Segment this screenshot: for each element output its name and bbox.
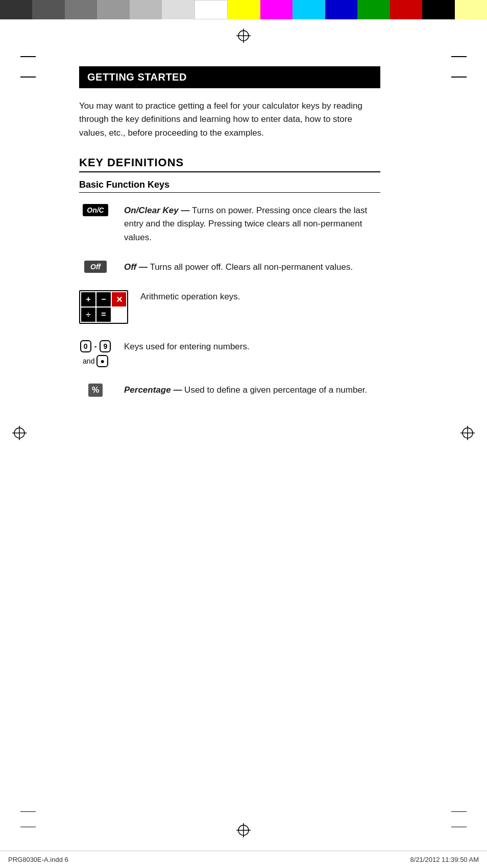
- pct-button-label: %: [88, 384, 103, 397]
- crosshair-right: [459, 425, 476, 443]
- tick-right-mid: [451, 76, 467, 78]
- arith-icon: + − ✕ ÷ =: [79, 290, 128, 324]
- plus-key: +: [81, 292, 95, 307]
- onc-description: On/Clear Key — Turns on power. Pressing …: [124, 204, 380, 244]
- crosshair-bottom: [235, 822, 252, 840]
- bottom-bar: PRG8030E-A.indd 6 8/21/2012 11:39:50 AM: [0, 851, 487, 868]
- key-row-onc: On/C On/Clear Key — Turns on power. Pres…: [79, 204, 380, 244]
- tick-right-bot2: [451, 811, 467, 812]
- key-definitions-section: KEY DEFINITIONS Basic Function Keys On/C…: [79, 156, 380, 397]
- nums-description: Keys used for entering numbers.: [124, 340, 250, 353]
- color-seg-12: [357, 0, 389, 19]
- color-seg-9: [260, 0, 293, 19]
- multiply-key: ✕: [112, 292, 126, 307]
- section-divider: [79, 171, 380, 172]
- color-seg-10: [293, 0, 325, 19]
- tick-right-top: [451, 56, 467, 57]
- onc-icon: On/C: [79, 204, 112, 216]
- onc-button-label: On/C: [83, 204, 108, 216]
- tick-left-top: [20, 56, 36, 57]
- equals-key: =: [96, 308, 111, 322]
- color-seg-1: [0, 0, 32, 19]
- getting-started-header: GETTING STARTED: [79, 66, 380, 88]
- color-seg-4: [97, 0, 129, 19]
- color-seg-14: [422, 0, 454, 19]
- key-definitions-title: KEY DEFINITIONS: [79, 156, 380, 169]
- key-row-off: Off Off — Turns all power off. Clears al…: [79, 261, 380, 274]
- tick-right-bot1: [451, 827, 467, 828]
- zero-key: 0: [80, 340, 91, 352]
- key-row-arith: + − ✕ ÷ = Arithmetic operation keys.: [79, 290, 380, 324]
- crosshair-top: [235, 28, 252, 46]
- tick-left-bot1: [20, 827, 36, 828]
- off-bold: Off —: [124, 262, 148, 272]
- subsection-title: Basic Function Keys: [79, 180, 380, 190]
- bottom-left: PRG8030E-A.indd 6: [8, 856, 68, 863]
- minus-key: −: [96, 292, 111, 307]
- divide-key: ÷: [81, 308, 95, 322]
- key-row-nums: 0 - 9 and ● Keys used for entering numbe…: [79, 340, 380, 367]
- color-seg-13: [390, 0, 422, 19]
- num-key-display: 0 - 9: [80, 340, 111, 352]
- color-seg-3: [65, 0, 97, 19]
- subsection-divider: [79, 192, 380, 193]
- color-seg-6: [162, 0, 194, 19]
- nums-icon: 0 - 9 and ●: [79, 340, 112, 367]
- pct-icon: %: [79, 384, 112, 397]
- crosshair-left: [11, 425, 28, 443]
- color-bar: [0, 0, 487, 19]
- pct-bold: Percentage —: [124, 385, 182, 395]
- tick-left-mid: [20, 76, 36, 78]
- intro-paragraph: You may want to practice getting a feel …: [79, 99, 380, 140]
- color-seg-7: [194, 0, 228, 19]
- arith-grid: + − ✕ ÷ =: [79, 290, 128, 324]
- bottom-right: 8/21/2012 11:39:50 AM: [410, 856, 479, 863]
- dot-key: ●: [96, 355, 108, 367]
- color-seg-2: [32, 0, 64, 19]
- main-content: GETTING STARTED You may want to practice…: [79, 66, 380, 414]
- off-button-label: Off: [84, 261, 107, 273]
- color-seg-8: [228, 0, 260, 19]
- arith-description: Arithmetic operation keys.: [140, 290, 240, 303]
- key-row-pct: % Percentage — Used to define a given pe…: [79, 384, 380, 397]
- nine-key: 9: [100, 340, 111, 352]
- color-seg-15: [455, 0, 487, 19]
- pct-description: Percentage — Used to define a given perc…: [124, 384, 367, 397]
- tick-left-bot2: [20, 811, 36, 812]
- color-seg-11: [325, 0, 357, 19]
- getting-started-title: GETTING STARTED: [87, 71, 372, 83]
- off-description: Off — Turns all power off. Clears all no…: [124, 261, 353, 274]
- onc-bold: On/Clear Key —: [124, 206, 190, 215]
- color-seg-5: [130, 0, 162, 19]
- off-icon: Off: [79, 261, 112, 273]
